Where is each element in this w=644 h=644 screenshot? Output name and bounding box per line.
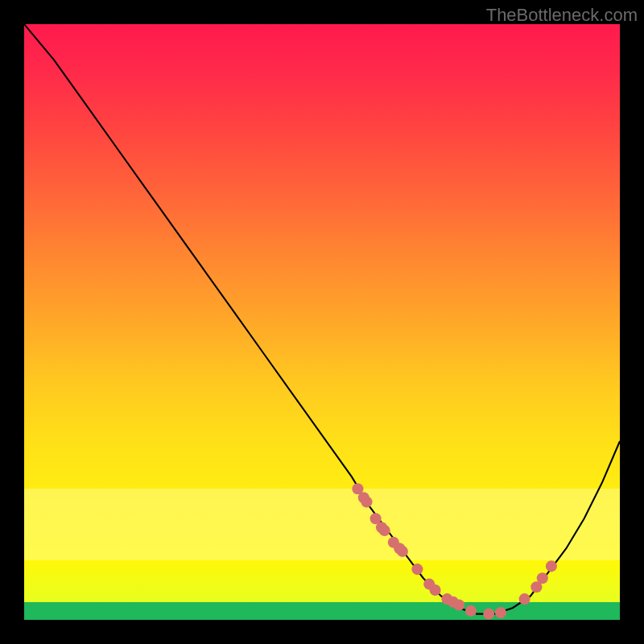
- bottleneck-curve: [24, 24, 620, 614]
- watermark-text: TheBottleneck.com: [486, 5, 638, 26]
- data-point: [483, 609, 494, 620]
- data-point: [465, 605, 477, 617]
- data-point: [546, 560, 557, 572]
- data-point: [453, 599, 464, 610]
- data-point: [495, 607, 506, 618]
- data-point: [379, 525, 390, 536]
- data-point: [397, 546, 408, 557]
- data-point: [519, 593, 530, 605]
- chart-plot-area: [24, 24, 620, 620]
- chart-svg: [24, 24, 620, 620]
- data-point: [537, 572, 548, 584]
- data-point: [430, 584, 441, 596]
- data-points-group: [352, 483, 557, 619]
- data-point: [361, 496, 372, 507]
- data-point: [411, 564, 423, 575]
